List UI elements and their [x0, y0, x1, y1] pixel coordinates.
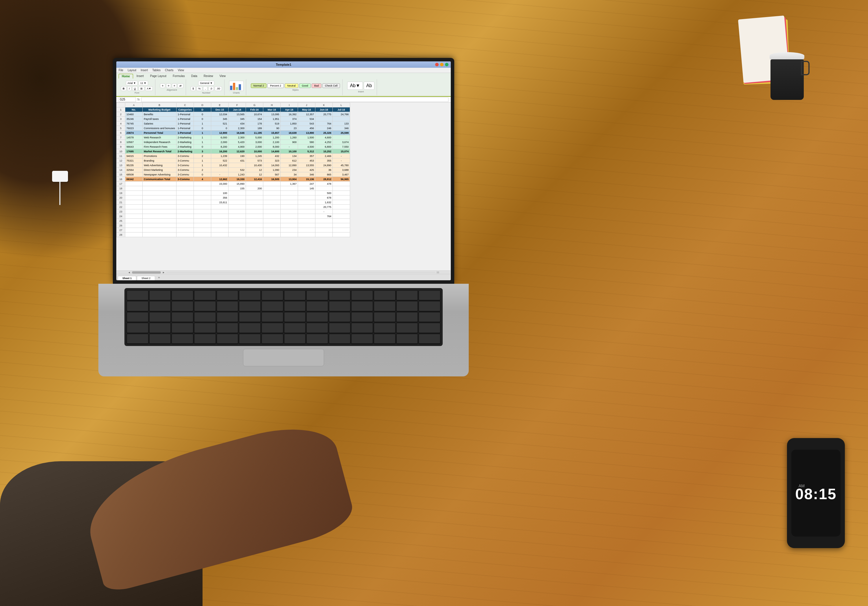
key[interactable] — [172, 323, 193, 333]
currency-button[interactable]: $ — [191, 86, 195, 91]
key[interactable] — [217, 291, 239, 300]
col-f-header[interactable]: F — [229, 103, 246, 107]
key[interactable] — [374, 291, 395, 300]
col-b-header[interactable]: B — [143, 103, 177, 107]
add-sheet-button[interactable]: + — [156, 275, 162, 280]
key[interactable] — [262, 301, 283, 311]
key[interactable] — [397, 291, 418, 300]
align-center-button[interactable]: ≡ — [166, 83, 171, 88]
key[interactable] — [351, 334, 373, 344]
trackpad[interactable] — [243, 349, 324, 366]
key[interactable] — [217, 312, 239, 322]
col-k-header[interactable]: K — [315, 103, 333, 107]
italic-button[interactable]: I — [127, 86, 132, 91]
decrease-decimal-button[interactable]: .0 — [208, 86, 214, 91]
key[interactable] — [239, 301, 261, 311]
tab-formulas[interactable]: Formulas — [170, 74, 188, 78]
key[interactable] — [194, 291, 216, 300]
key[interactable] — [418, 301, 440, 311]
col-h-header[interactable]: H — [263, 103, 281, 107]
key[interactable] — [329, 291, 351, 300]
key[interactable] — [306, 312, 328, 322]
key[interactable] — [351, 291, 373, 300]
key[interactable] — [306, 301, 328, 311]
key[interactable] — [418, 334, 440, 344]
key[interactable] — [127, 291, 149, 300]
key[interactable] — [306, 334, 328, 344]
keyboard[interactable] — [124, 288, 443, 346]
formula-input[interactable] — [141, 97, 448, 102]
key[interactable] — [127, 323, 149, 333]
style-percent-button[interactable]: Percent 2 — [267, 83, 284, 88]
key[interactable] — [262, 312, 283, 322]
cell-reference-input[interactable] — [119, 97, 136, 102]
key[interactable] — [172, 301, 193, 311]
menu-view[interactable]: View — [178, 68, 184, 72]
border-button[interactable]: ⊞ — [139, 86, 144, 91]
key[interactable] — [397, 312, 418, 322]
key[interactable] — [374, 334, 395, 344]
key[interactable] — [262, 334, 283, 344]
key[interactable] — [418, 291, 440, 300]
style-check-button[interactable]: Check Cell — [322, 83, 340, 88]
key[interactable] — [306, 323, 328, 333]
key[interactable] — [149, 312, 171, 322]
chart-preview[interactable] — [229, 81, 243, 91]
key[interactable] — [239, 312, 261, 322]
scroll-thumb[interactable] — [132, 271, 161, 273]
key[interactable] — [284, 323, 306, 333]
menu-charts[interactable]: Charts — [165, 68, 173, 72]
minimize-button[interactable] — [440, 63, 443, 66]
number-format-selector[interactable]: General ▼ — [198, 81, 214, 85]
tab-review[interactable]: Review — [201, 74, 216, 78]
menu-insert[interactable]: Insert — [141, 68, 148, 72]
key[interactable] — [239, 291, 261, 300]
key[interactable] — [329, 312, 351, 322]
increase-decimal-button[interactable]: .00 — [215, 86, 222, 91]
underline-button[interactable]: U — [132, 86, 138, 91]
key[interactable] — [329, 323, 351, 333]
key[interactable] — [172, 312, 193, 322]
key[interactable] — [149, 323, 171, 333]
key[interactable] — [194, 323, 216, 333]
sheet-tab-2[interactable]: Sheet 2 — [137, 276, 155, 280]
key[interactable] — [351, 323, 373, 333]
comma-button[interactable]: , — [203, 86, 208, 91]
key[interactable] — [284, 334, 306, 344]
col-d-header[interactable]: D — [194, 103, 211, 107]
key[interactable] — [172, 334, 193, 344]
wrap-text-button[interactable]: ⇌ — [178, 83, 183, 88]
sheet-tab-1[interactable]: Sheet 1 — [118, 276, 136, 280]
key[interactable] — [262, 291, 283, 300]
key[interactable] — [194, 312, 216, 322]
font-size-selector[interactable]: 11▼ — [139, 81, 148, 85]
ab-insert-button[interactable]: Ab▼ — [347, 82, 363, 90]
tab-home[interactable]: Home — [119, 74, 133, 78]
key[interactable] — [262, 323, 283, 333]
key[interactable] — [306, 291, 328, 300]
key[interactable] — [217, 334, 239, 344]
key[interactable] — [149, 291, 171, 300]
bold-button[interactable]: B — [121, 86, 126, 91]
col-g-header[interactable]: G — [246, 103, 263, 107]
style-normal-button[interactable]: Normal 2 — [251, 83, 267, 88]
align-left-button[interactable]: ≡ — [160, 83, 165, 88]
key[interactable] — [127, 301, 149, 311]
font-name-selector[interactable]: Arial▼ — [126, 81, 138, 85]
maximize-button[interactable] — [445, 63, 448, 66]
key[interactable] — [397, 323, 418, 333]
fill-color-button[interactable]: A▼ — [145, 86, 153, 91]
tab-insert[interactable]: Insert — [134, 74, 147, 78]
style-neutral-button[interactable]: Neutral — [285, 83, 298, 88]
key[interactable] — [374, 323, 395, 333]
col-a-header[interactable]: A — [125, 103, 143, 107]
key[interactable] — [284, 301, 306, 311]
key[interactable] — [149, 334, 171, 344]
percent-button[interactable]: % — [197, 86, 202, 91]
key[interactable] — [351, 312, 373, 322]
key[interactable] — [397, 334, 418, 344]
spreadsheet-area[interactable]: A B C D E F G H I J — [116, 103, 451, 270]
close-button[interactable] — [435, 63, 439, 66]
menu-tables[interactable]: Tables — [152, 68, 161, 72]
key[interactable] — [418, 323, 440, 333]
